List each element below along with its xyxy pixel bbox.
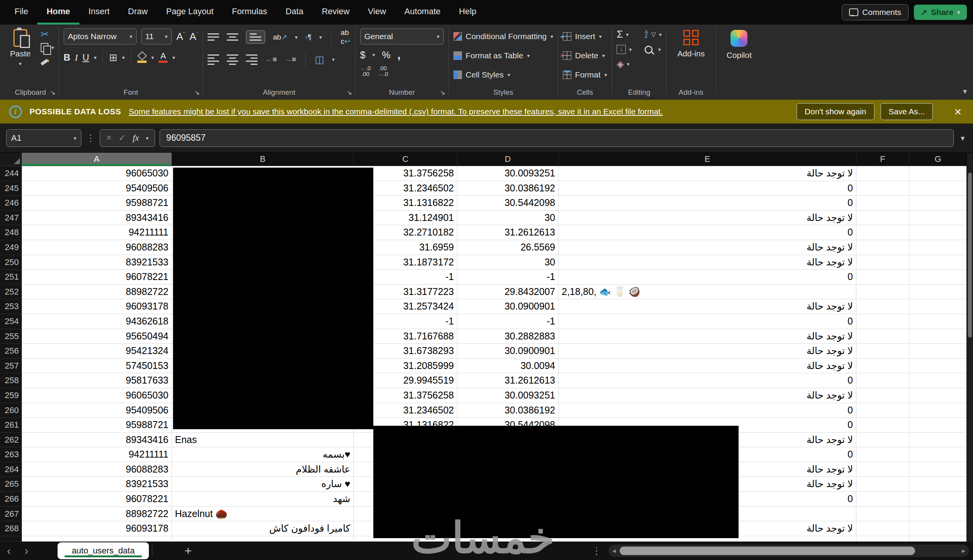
cell-G256[interactable]	[909, 344, 967, 358]
row-header-261[interactable]: 261	[0, 418, 22, 433]
cell-F247[interactable]	[856, 210, 909, 225]
cell-F256[interactable]	[856, 344, 909, 358]
cell-E260[interactable]: 0	[559, 403, 856, 418]
cell-D248[interactable]: 31.2612613	[457, 225, 559, 240]
cut-button[interactable]: ✂	[41, 30, 49, 38]
borders-button[interactable]: ⊞	[109, 52, 117, 64]
cell-D249[interactable]: 26.5569	[457, 240, 559, 255]
cell-A255[interactable]: 95650494	[22, 329, 172, 344]
cell-A260[interactable]: 95409506	[22, 403, 172, 418]
menu-formulas[interactable]: Formulas	[223, 0, 277, 25]
sort-filter-button[interactable]: AZ ▽ ▾	[644, 30, 661, 39]
cell-G254[interactable]	[909, 314, 967, 329]
menu-insert[interactable]: Insert	[79, 0, 119, 25]
row-header-257[interactable]: 257	[0, 358, 22, 373]
cell-G262[interactable]	[909, 433, 967, 448]
column-header-b[interactable]: B	[172, 153, 354, 166]
warning-message-link[interactable]: Some features might be lost if you save …	[129, 107, 663, 116]
menu-draw[interactable]: Draw	[119, 0, 157, 25]
cell-F251[interactable]	[856, 270, 909, 285]
align-right-button[interactable]	[246, 55, 257, 65]
row-header-252[interactable]: 252	[0, 285, 22, 300]
cell-D254[interactable]: -1	[457, 314, 559, 329]
cell-A264[interactable]: 96088283	[22, 462, 172, 477]
cell-A263[interactable]: 94211111	[22, 447, 172, 462]
cell-F258[interactable]	[856, 373, 909, 388]
cell-F265[interactable]	[856, 477, 909, 492]
vertical-scrollbar[interactable]	[966, 153, 973, 542]
fill-button[interactable]: ↓ ▾	[617, 45, 631, 54]
cell-D246[interactable]: 30.5442098	[457, 196, 559, 210]
horizontal-scrollbar[interactable]: ◂ ▸	[609, 545, 969, 557]
close-warning-button[interactable]: ×	[952, 106, 964, 117]
cell-E252[interactable]: 2,18,80, 🐟 🥛 🥥	[559, 285, 856, 300]
cell-A253[interactable]: 96093178	[22, 299, 172, 314]
align-middle-button[interactable]	[227, 33, 238, 41]
menu-file[interactable]: File	[5, 0, 37, 25]
row-header-260[interactable]: 260	[0, 403, 22, 418]
wrap-text-button[interactable]: abc↩	[341, 28, 350, 46]
cell-E244[interactable]: لا توجد حالة	[559, 166, 856, 181]
autosum-button[interactable]: Σ ▾	[617, 28, 631, 40]
decrease-indent-button[interactable]: ←≡	[265, 55, 277, 64]
cell-D255[interactable]: 30.2882883	[457, 329, 559, 344]
cell-A251[interactable]: 96078221	[22, 270, 172, 285]
add-sheet-button[interactable]: +	[152, 544, 192, 558]
confirm-entry-button[interactable]: ✓	[118, 133, 125, 143]
row-header-245[interactable]: 245	[0, 181, 22, 196]
next-sheet-button[interactable]: ›	[18, 542, 35, 559]
cell-F262[interactable]	[856, 433, 909, 448]
column-header-a[interactable]: A	[22, 153, 172, 166]
row-header-247[interactable]: 247	[0, 210, 22, 225]
bold-button[interactable]: B	[64, 52, 70, 63]
cell-G249[interactable]	[909, 240, 967, 255]
cell-G269[interactable]	[909, 536, 967, 542]
menu-home[interactable]: Home	[37, 0, 79, 25]
cell-E256[interactable]: لا توجد حالة	[559, 344, 856, 358]
cell-F244[interactable]	[856, 166, 909, 181]
comma-format-button[interactable]: ,	[397, 48, 401, 62]
conditional-formatting-button[interactable]: Conditional Formatting ▾	[454, 28, 553, 45]
cell-F246[interactable]	[856, 196, 909, 210]
merge-center-button[interactable]: ◫	[315, 54, 325, 66]
cell-D247[interactable]: 30	[457, 210, 559, 225]
orientation-button[interactable]: ab↗	[273, 33, 287, 42]
cell-E254[interactable]: 0	[559, 314, 856, 329]
font-dialog-launcher[interactable]: ↘	[194, 88, 200, 97]
cell-G259[interactable]	[909, 388, 967, 403]
row-header-269[interactable]	[0, 536, 22, 542]
cell-F257[interactable]	[856, 358, 909, 373]
cell-G251[interactable]	[909, 270, 967, 285]
formula-bar-handle[interactable]: ⋮	[86, 133, 95, 143]
cell-F250[interactable]	[856, 255, 909, 270]
row-header-249[interactable]: 249	[0, 240, 22, 255]
cell-E253[interactable]: لا توجد حالة	[559, 299, 856, 314]
cell-F252[interactable]	[856, 285, 909, 300]
column-header-f[interactable]: F	[856, 153, 909, 166]
fill-color-button[interactable]	[137, 52, 147, 63]
cell-A246[interactable]: 95988721	[22, 196, 172, 210]
select-all-corner[interactable]	[0, 153, 22, 166]
cell-A249[interactable]: 96088283	[22, 240, 172, 255]
insert-function-button[interactable]: fx	[133, 133, 139, 143]
cell-G260[interactable]	[909, 403, 967, 418]
number-format-combobox[interactable]: General ▾	[360, 28, 444, 45]
cell-A247[interactable]: 89343416	[22, 210, 172, 225]
cell-G265[interactable]	[909, 477, 967, 492]
column-header-d[interactable]: D	[457, 153, 559, 166]
cell-G246[interactable]	[909, 196, 967, 210]
format-painter-button[interactable]	[40, 59, 48, 66]
cell-G267[interactable]	[909, 507, 967, 522]
row-header-262[interactable]: 262	[0, 433, 22, 448]
cell-F263[interactable]	[856, 447, 909, 462]
increase-indent-button[interactable]: →≡	[285, 55, 296, 64]
align-top-button[interactable]	[208, 33, 219, 41]
menu-data[interactable]: Data	[276, 0, 312, 25]
cell-G244[interactable]	[909, 166, 967, 181]
format-cells-button[interactable]: ▬ Format ▾	[563, 67, 607, 83]
share-button[interactable]: ↗ Share ▾	[914, 5, 967, 20]
font-size-combobox[interactable]: 11 ▾	[141, 28, 172, 45]
cell-G248[interactable]	[909, 225, 967, 240]
cell-G253[interactable]	[909, 299, 967, 314]
cell-G247[interactable]	[909, 210, 967, 225]
